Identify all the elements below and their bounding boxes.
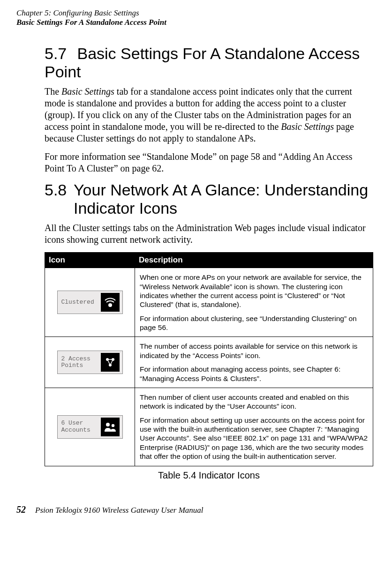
- user-accounts-icon: 6 User Accounts: [57, 415, 123, 439]
- svg-line-5: [107, 359, 110, 365]
- table-header-icon: Icon: [45, 253, 135, 268]
- indicator-icons-table: Icon Description Clustered: [45, 252, 373, 466]
- header-section: Basic Settings For A Standalone Access P…: [16, 18, 376, 27]
- svg-point-0: [108, 303, 112, 307]
- table-cell-description: The number of access points available fo…: [135, 337, 373, 388]
- paragraph: For more information see “Standalone Mod…: [45, 151, 373, 174]
- heading-5-7: 5.7 Basic Settings For A Standalone Acce…: [45, 45, 373, 81]
- table-row: 6 User Accounts: [45, 388, 373, 466]
- user-accounts-glyph-icon: [101, 418, 120, 436]
- heading-number: 5.7: [45, 45, 73, 63]
- table-row: 2 Access Points: [45, 337, 373, 388]
- heading-number: 5.8: [45, 181, 74, 217]
- heading-title: Basic Settings For A Standalone Access P…: [45, 45, 360, 81]
- svg-point-7: [106, 423, 110, 426]
- heading-5-8: 5.8 Your Network At A Glance: Understand…: [45, 181, 373, 217]
- access-points-glyph-icon: [101, 353, 120, 372]
- table-cell-description: Then number of client user accounts crea…: [135, 388, 373, 466]
- page-number: 52: [16, 504, 26, 515]
- icon-label: Clustered: [61, 299, 94, 306]
- paragraph: All the Cluster settings tabs on the Adm…: [45, 222, 373, 246]
- manual-title: Psion Teklogix 9160 Wireless Gateway Use…: [35, 506, 204, 515]
- table-header-description: Description: [135, 253, 373, 268]
- svg-line-6: [110, 359, 113, 365]
- table-row: Clustered When one or more APs o: [45, 268, 373, 337]
- heading-title: Your Network At A Glance: Understanding …: [74, 181, 373, 217]
- clustered-icon: Clustered: [57, 291, 123, 314]
- table-cell-description: When one or more APs on your network are…: [135, 268, 373, 337]
- icon-label: 6 User Accounts: [61, 420, 98, 434]
- wireless-cluster-icon: [101, 293, 120, 312]
- icon-label: 2 Access Points: [61, 356, 98, 369]
- svg-point-8: [111, 424, 114, 427]
- running-header: Chapter 5: Configuring Basic Settings Ba…: [16, 8, 376, 28]
- table-caption: Table 5.4 Indicator Icons: [45, 470, 373, 481]
- access-points-icon: 2 Access Points: [57, 351, 123, 374]
- page-footer: 52 Psion Teklogix 9160 Wireless Gateway …: [16, 504, 376, 515]
- paragraph: The Basic Settings tab for a standalone …: [45, 86, 373, 144]
- header-chapter: Chapter 5: Configuring Basic Settings: [16, 8, 376, 18]
